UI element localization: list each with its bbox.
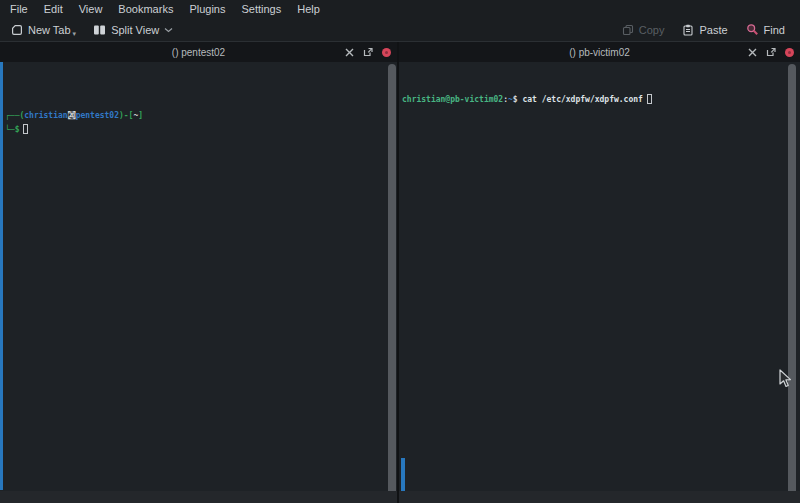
typed-command: cat /etc/xdpfw/xdpfw.conf	[522, 95, 642, 104]
menu-edit[interactable]: Edit	[36, 2, 71, 16]
paste-icon	[682, 24, 694, 36]
pane-pb-victim02: () pb-victim02 christian@pb-v	[399, 42, 800, 503]
maximize-view-icon[interactable]	[748, 43, 757, 61]
close-view-button[interactable]	[785, 48, 794, 57]
menu-bar: File Edit View Bookmarks Plugins Setting…	[0, 0, 800, 18]
terminal-bottom-margin	[0, 491, 397, 503]
find-button[interactable]: Find	[739, 21, 792, 38]
pane-header-pb-victim02[interactable]: () pb-victim02	[399, 42, 800, 62]
copy-icon	[622, 24, 634, 36]
new-tab-button[interactable]: New Tab ▾	[4, 22, 86, 38]
prompt-at-symbol: ㉉	[68, 111, 76, 120]
menu-help[interactable]: Help	[289, 2, 328, 16]
paste-label: Paste	[699, 24, 727, 36]
pane-title-pb-victim02: () pb-victim02	[399, 47, 800, 58]
find-icon	[746, 23, 759, 36]
prompt-user: christian	[24, 111, 67, 120]
terminal-cursor	[23, 124, 28, 134]
pane-title-pentest02: () pentest02	[0, 47, 397, 58]
scrollbar-right-pane[interactable]	[788, 64, 796, 497]
menu-file[interactable]: File	[2, 2, 36, 16]
paste-button[interactable]: Paste	[675, 22, 734, 38]
prompt-host: pentest02	[76, 111, 119, 120]
detach-view-icon[interactable]	[363, 43, 373, 61]
terminal-output: ┌──(christian㉉pentest02)-[~] └─$	[0, 104, 397, 137]
maximize-view-icon[interactable]	[345, 43, 354, 61]
copy-button: Copy	[615, 22, 672, 38]
detach-view-icon[interactable]	[766, 43, 776, 61]
split-view-container: () pentest02 ┌──(chris	[0, 42, 800, 503]
menu-view[interactable]: View	[71, 2, 111, 16]
terminal-pentest02[interactable]: ┌──(christian㉉pentest02)-[~] └─$	[0, 62, 397, 503]
menu-bookmarks[interactable]: Bookmarks	[110, 2, 181, 16]
prompt-frame-top: ┌──(	[5, 111, 24, 120]
new-tab-label: New Tab	[28, 24, 71, 36]
toolbar: New Tab ▾ Split View Copy	[0, 18, 800, 42]
new-tab-icon	[11, 24, 23, 36]
new-tab-dropdown-caret[interactable]: ▾	[73, 30, 77, 38]
prompt-user-host: christian@pb-victim02	[402, 95, 503, 104]
split-view-button[interactable]: Split View	[86, 22, 180, 38]
pane-pentest02: () pentest02 ┌──(chris	[0, 42, 397, 503]
prompt-frame-bottom: └─$	[5, 125, 19, 134]
terminal-cursor	[647, 94, 652, 104]
copy-label: Copy	[639, 24, 665, 36]
prompt-frame-close: ]	[138, 111, 143, 120]
split-view-chevron-icon	[164, 27, 173, 33]
close-view-button[interactable]	[382, 48, 391, 57]
terminal-pb-victim02[interactable]: christian@pb-victim02:~$ cat /etc/xdpfw/…	[399, 62, 800, 503]
prompt-frame-mid: )-[	[119, 111, 133, 120]
menu-settings[interactable]: Settings	[233, 2, 289, 16]
terminal-bottom-margin	[399, 491, 800, 503]
scroll-position-indicator	[401, 458, 405, 491]
terminal-output: christian@pb-victim02:~$ cat /etc/xdpfw/…	[399, 90, 800, 107]
prompt-dollar: $	[513, 95, 523, 104]
pane-header-pentest02[interactable]: () pentest02	[0, 42, 397, 62]
split-view-label: Split View	[111, 24, 159, 36]
split-view-icon	[93, 24, 106, 36]
find-label: Find	[764, 24, 785, 36]
menu-plugins[interactable]: Plugins	[181, 2, 233, 16]
focus-indicator-bar	[0, 62, 3, 490]
scrollbar-left-pane[interactable]	[388, 64, 396, 497]
